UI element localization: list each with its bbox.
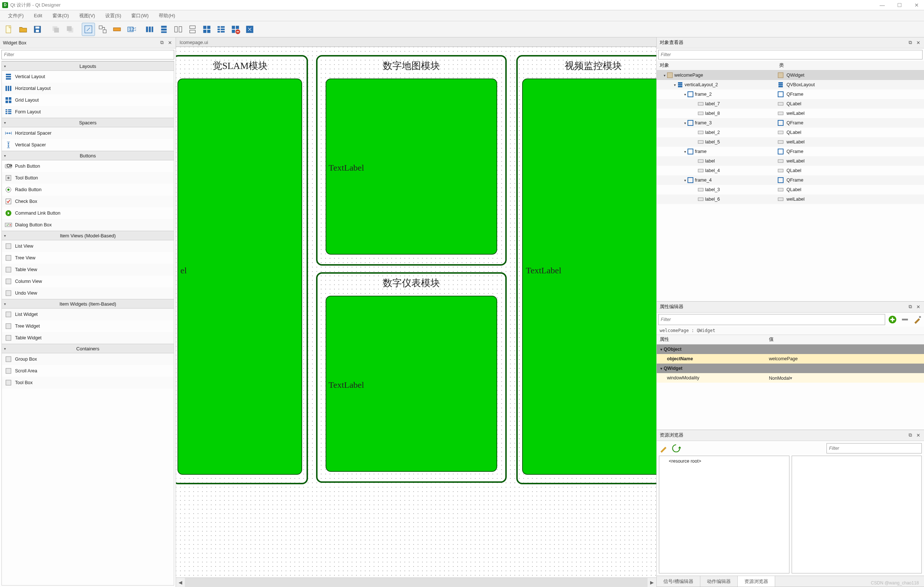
widget-category[interactable]: ▾Item Widgets (Item-Based) [2, 299, 174, 309]
design-canvas[interactable]: 觉SLAM模块 el 数字地图模块 TextLabel 数字仪表模块 [176, 47, 656, 577]
widget-box-filter[interactable] [2, 50, 174, 60]
edit-buddies-button[interactable] [111, 23, 124, 36]
layout-vsplit-button[interactable] [186, 23, 199, 36]
widget-category[interactable]: ▾Item Views (Model-Based) [2, 231, 174, 240]
property-row[interactable]: windowModalityNonModal▾ [657, 373, 924, 383]
edit-resource-icon[interactable] [659, 443, 668, 453]
break-layout-button[interactable] [229, 23, 242, 36]
close-panel-icon[interactable]: ✕ [915, 40, 921, 45]
widget-item[interactable]: Scroll Area [2, 365, 174, 377]
widget-category[interactable]: ▾Containers [2, 344, 174, 353]
widget-item[interactable]: Dialog Button Box [2, 219, 174, 231]
object-tree-row[interactable]: label_8welLabel [657, 109, 924, 118]
tab-resource-browser[interactable]: 资源浏览器 [738, 576, 775, 587]
widget-box-list[interactable]: ▾LayoutsVertical LayoutHorizontal Layout… [2, 61, 174, 585]
widget-item[interactable]: Grid Layout [2, 94, 174, 106]
resource-tree[interactable]: <resource root> [659, 456, 789, 574]
send-back-button[interactable] [49, 23, 62, 36]
object-tree-row[interactable]: label_3QLabel [657, 185, 924, 194]
widget-item[interactable]: Column View [2, 276, 174, 287]
tab-action-editor[interactable]: 动作编辑器 [700, 576, 738, 587]
reload-resource-icon[interactable] [672, 443, 681, 453]
object-tree[interactable]: ▾welcomePageQWidget▾verticalLayout_2QVBo… [657, 70, 924, 301]
property-row[interactable]: objectNamewelcomePage [657, 354, 924, 364]
dock-icon[interactable]: ⧉ [907, 433, 913, 438]
widget-item[interactable]: Table Widget [2, 332, 174, 344]
widget-item[interactable]: Tool Box [2, 377, 174, 389]
widget-item[interactable]: Undo View [2, 287, 174, 299]
widget-item[interactable]: Horizontal Spacer [2, 127, 174, 139]
menu-form[interactable]: 窗体(O) [47, 11, 74, 21]
dock-icon[interactable]: ⧉ [159, 40, 165, 45]
close-icon[interactable]: ✕ [914, 2, 919, 8]
edit-signals-button[interactable] [96, 23, 109, 36]
property-row[interactable]: ▾ QWidget [657, 364, 924, 373]
edit-tab-order-button[interactable]: 123 [125, 23, 138, 36]
object-tree-row[interactable]: ▾welcomePageQWidget [657, 70, 924, 80]
horizontal-scrollbar[interactable]: ◀▶ [176, 577, 656, 587]
object-tree-row[interactable]: label_5welLabel [657, 137, 924, 147]
property-row[interactable]: ▾ QObject [657, 344, 924, 354]
resource-filter[interactable] [827, 443, 922, 453]
widget-item[interactable]: List View [2, 240, 174, 252]
object-tree-row[interactable]: ▾verticalLayout_2QVBoxLayout [657, 80, 924, 89]
save-file-button[interactable] [31, 23, 44, 36]
object-tree-row[interactable]: label_7QLabel [657, 99, 924, 109]
adjust-size-button[interactable] [243, 23, 256, 36]
object-tree-row[interactable]: label_6welLabel [657, 194, 924, 204]
menu-edit[interactable]: Edit [29, 12, 47, 20]
design-file-tab[interactable]: lcomepage.ui [177, 38, 211, 46]
widget-category[interactable]: ▾Spacers [2, 118, 174, 127]
close-panel-icon[interactable]: ✕ [167, 40, 173, 45]
property-filter[interactable] [658, 314, 885, 325]
close-panel-icon[interactable]: ✕ [915, 304, 921, 310]
remove-property-icon[interactable] [900, 314, 910, 325]
dock-icon[interactable]: ⧉ [907, 40, 913, 45]
tab-signal-slot[interactable]: 信号/槽编辑器 [657, 576, 700, 587]
widget-item[interactable]: Table View [2, 264, 174, 276]
layout-vertical-button[interactable] [157, 23, 170, 36]
object-tree-row[interactable]: ▾frame_4QFrame [657, 175, 924, 185]
object-tree-row[interactable]: label_4QLabel [657, 166, 924, 175]
widget-item[interactable]: Tree Widget [2, 320, 174, 332]
widget-item[interactable]: Form Layout [2, 106, 174, 118]
layout-hsplit-button[interactable] [172, 23, 185, 36]
widget-item[interactable]: Command Link Button [2, 207, 174, 219]
layout-grid-button[interactable] [200, 23, 213, 36]
widget-item[interactable]: Vertical Spacer [2, 139, 174, 151]
maximize-icon[interactable]: ☐ [897, 2, 902, 8]
menu-view[interactable]: 视图(V) [74, 11, 100, 21]
bring-front-button[interactable] [63, 23, 77, 36]
menu-settings[interactable]: 设置(S) [100, 11, 126, 21]
widget-item[interactable]: OKPush Button [2, 160, 174, 172]
edit-widgets-button[interactable] [82, 23, 95, 36]
layout-horizontal-button[interactable] [143, 23, 156, 36]
widget-item[interactable]: Check Box [2, 195, 174, 207]
widget-category[interactable]: ▾Buttons [2, 151, 174, 160]
object-tree-row[interactable]: ▾frame_3QFrame [657, 118, 924, 128]
dock-icon[interactable]: ⧉ [907, 304, 913, 310]
new-file-button[interactable] [2, 23, 15, 36]
layout-form-button[interactable] [214, 23, 228, 36]
minimize-icon[interactable]: — [879, 2, 885, 8]
widget-item[interactable]: Tool Button [2, 172, 174, 184]
open-file-button[interactable] [16, 23, 30, 36]
menu-window[interactable]: 窗口(W) [126, 11, 153, 21]
widget-item[interactable]: Tree View [2, 252, 174, 264]
menu-file[interactable]: 文件(F) [3, 11, 29, 21]
widget-item[interactable]: Radio Button [2, 184, 174, 195]
widget-item[interactable]: List Widget [2, 309, 174, 320]
configure-icon[interactable] [912, 314, 922, 325]
property-table[interactable]: ▾ QObjectobjectNamewelcomePage▾ QWidgetw… [657, 344, 924, 383]
menu-help[interactable]: 帮助(H) [153, 11, 180, 21]
object-inspector-filter[interactable] [658, 50, 922, 60]
object-tree-row[interactable]: ▾frameQFrame [657, 147, 924, 156]
object-tree-row[interactable]: labelwelLabel [657, 156, 924, 166]
object-tree-row[interactable]: ▾frame_2QFrame [657, 89, 924, 99]
widget-item[interactable]: Horizontal Layout [2, 83, 174, 94]
widget-category[interactable]: ▾Layouts [2, 61, 174, 71]
object-tree-row[interactable]: label_2QLabel [657, 128, 924, 137]
add-property-icon[interactable] [887, 314, 898, 325]
close-panel-icon[interactable]: ✕ [915, 433, 921, 438]
widget-item[interactable]: Group Box [2, 353, 174, 365]
